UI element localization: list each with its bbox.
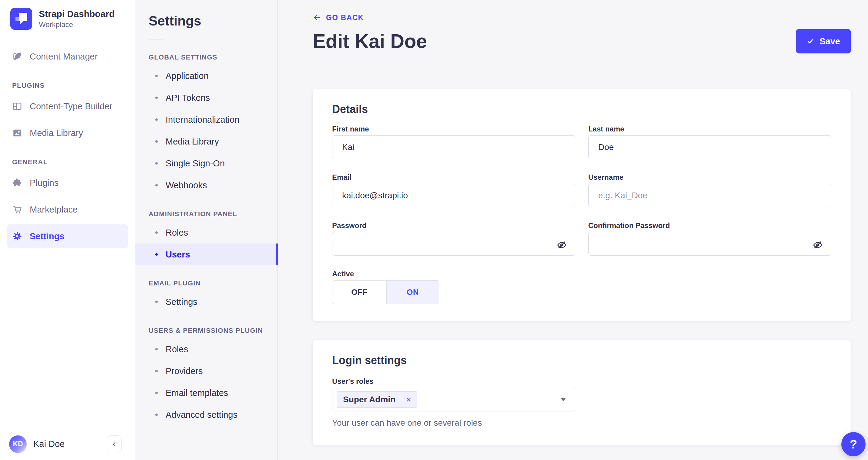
subnav-item-media-library[interactable]: Media Library: [135, 131, 278, 152]
bullet-icon: [155, 184, 158, 186]
shopping-cart-icon: [12, 204, 23, 215]
tag-divider: [401, 396, 401, 404]
confirmation-password-input[interactable]: [588, 232, 832, 256]
active-toggle-off[interactable]: OFF: [332, 281, 386, 304]
subnav-item-up-email-templates[interactable]: Email templates: [135, 382, 278, 404]
subnav-group-administration-panel: ADMINISTRATION PANEL: [149, 210, 264, 218]
bullet-icon: [155, 96, 158, 99]
subnav-item-single-sign-on[interactable]: Single Sign-On: [135, 152, 278, 174]
subnav-item-application[interactable]: Application: [135, 65, 278, 87]
subnav-item-label: Providers: [165, 366, 203, 376]
chevron-left-icon: [111, 441, 118, 448]
workspace-brand[interactable]: Strapi Dashboard Workplace: [0, 0, 135, 38]
layout-grid-icon: [12, 101, 23, 111]
email-label: Email: [332, 173, 575, 181]
sidebar-item-content-manager[interactable]: Content Manager: [7, 45, 128, 68]
feather-pen-icon: [12, 51, 23, 62]
x-icon: [405, 396, 412, 403]
subnav-group-users-permissions: USERS & PERMISSIONS PLUGIN: [149, 327, 264, 335]
subnav-item-internationalization[interactable]: Internationalization: [135, 109, 278, 131]
main-content: GO BACK Edit Kai Doe Save Details First …: [278, 0, 868, 460]
details-card: Details First name Last name Email Usern…: [313, 89, 851, 321]
avatar[interactable]: KD: [9, 435, 27, 453]
role-tag-label: Super Admin: [337, 395, 396, 404]
remove-role-button[interactable]: [405, 396, 417, 403]
subnav-item-up-providers[interactable]: Providers: [135, 360, 278, 382]
bullet-icon: [155, 348, 158, 350]
subnav-group-email-plugin: EMAIL PLUGIN: [149, 279, 264, 287]
subnav-item-label: Users: [165, 250, 190, 260]
confirmation-password-field-group: Confirmation Password: [588, 222, 832, 256]
subnav-item-up-advanced-settings[interactable]: Advanced settings: [135, 404, 278, 426]
subnav-item-api-tokens[interactable]: API Tokens: [135, 87, 278, 109]
puzzle-icon: [12, 178, 23, 188]
username-field-group: Username: [588, 173, 832, 207]
go-back-label: GO BACK: [326, 13, 364, 22]
subnav-group-global-settings: GLOBAL SETTINGS: [149, 53, 264, 61]
sidebar-item-label: Plugins: [30, 178, 59, 188]
sidebar-item-media-library[interactable]: Media Library: [7, 121, 128, 145]
subnav-item-label: Settings: [165, 297, 197, 307]
gear-icon: [12, 231, 23, 241]
help-button[interactable]: ?: [841, 432, 866, 456]
subnav-item-label: Advanced settings: [165, 410, 238, 420]
sidebar-section-plugins: PLUGINS: [7, 82, 128, 90]
page-title: Edit Kai Doe: [313, 30, 427, 53]
bullet-icon: [155, 75, 158, 77]
subnav-item-admin-users[interactable]: Users: [135, 243, 278, 265]
last-name-input[interactable]: [588, 136, 832, 159]
go-back-link[interactable]: GO BACK: [313, 13, 364, 22]
bullet-icon: [155, 370, 158, 372]
eye-off-icon: [812, 240, 823, 250]
sidebar-item-content-type-builder[interactable]: Content-Type Builder: [7, 94, 128, 118]
active-toggle-on[interactable]: ON: [386, 281, 439, 304]
subnav-item-admin-roles[interactable]: Roles: [135, 222, 278, 243]
role-tag-super-admin: Super Admin: [337, 392, 417, 408]
subnav-item-label: Media Library: [165, 137, 219, 147]
strapi-admin-app: { "app": { "name": "Strapi Dashboard", "…: [0, 0, 868, 460]
username-input[interactable]: [588, 184, 832, 207]
settings-subnav: Settings GLOBAL SETTINGS Application API…: [135, 0, 278, 460]
sidebar-item-plugins[interactable]: Plugins: [7, 171, 128, 195]
question-mark-icon: ?: [850, 437, 857, 451]
sidebar-item-settings[interactable]: Settings: [7, 224, 128, 248]
sidebar-item-marketplace[interactable]: Marketplace: [7, 198, 128, 221]
toggle-confirmation-password-visibility-button[interactable]: [811, 239, 824, 251]
bullet-icon: [155, 413, 158, 416]
eye-off-icon: [557, 240, 567, 250]
bullet-icon: [155, 118, 158, 121]
subnav-divider: [149, 39, 163, 39]
user-roles-select[interactable]: Super Admin: [332, 388, 575, 411]
sidebar-nav: Content Manager PLUGINS Content-Type Bui…: [0, 38, 135, 428]
details-card-title: Details: [332, 103, 831, 116]
page-header: Edit Kai Doe Save: [313, 29, 851, 53]
subnav-item-label: Single Sign-On: [165, 159, 225, 169]
user-roles-label: User's roles: [332, 377, 831, 385]
sidebar-item-label: Marketplace: [30, 205, 78, 215]
save-button[interactable]: Save: [796, 29, 851, 53]
save-button-label: Save: [819, 36, 840, 47]
last-name-label: Last name: [588, 125, 832, 133]
app-sidebar: Strapi Dashboard Workplace Content Manag…: [0, 0, 135, 460]
first-name-input[interactable]: [332, 136, 575, 159]
caret-down-icon[interactable]: [560, 398, 566, 401]
sidebar-item-label: Content Manager: [30, 52, 98, 62]
subnav-item-email-settings[interactable]: Settings: [135, 291, 278, 313]
strapi-logo-icon: [10, 8, 32, 30]
active-toggle: OFF ON: [332, 280, 439, 304]
arrow-left-icon: [313, 13, 321, 22]
subnav-item-webhooks[interactable]: Webhooks: [135, 174, 278, 196]
brand-text: Strapi Dashboard Workplace: [39, 8, 115, 29]
email-input[interactable]: [332, 184, 575, 207]
subnav-item-up-roles[interactable]: Roles: [135, 338, 278, 360]
sidebar-item-label: Settings: [30, 231, 64, 241]
toggle-password-visibility-button[interactable]: [555, 239, 568, 251]
confirmation-password-label: Confirmation Password: [588, 222, 832, 230]
password-input[interactable]: [332, 232, 575, 256]
bullet-icon: [155, 231, 158, 234]
subnav-item-label: Email templates: [165, 388, 228, 398]
login-settings-card: Login settings User's roles Super Admin …: [313, 340, 851, 445]
subnav-item-label: Internationalization: [165, 115, 239, 125]
collapse-sidebar-button[interactable]: [107, 435, 122, 453]
bullet-icon: [155, 392, 158, 394]
